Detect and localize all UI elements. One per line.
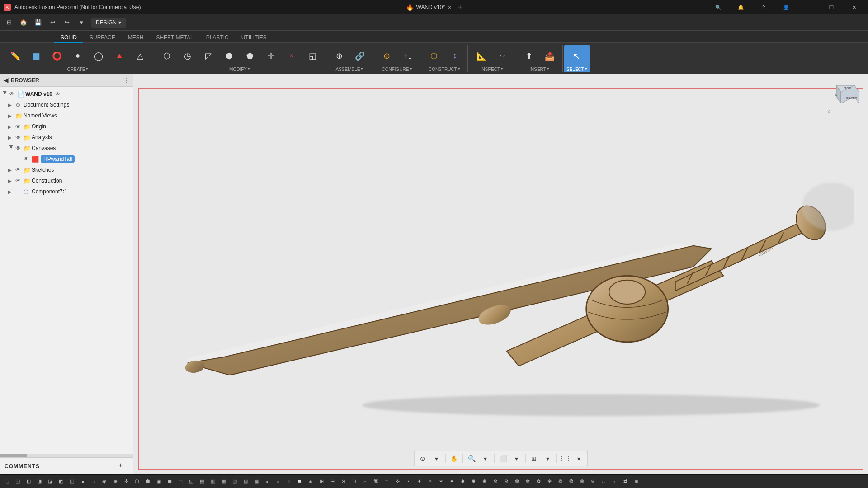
bb-btn-52[interactable]: ❁ — [555, 477, 565, 487]
tree-item-hpwandtall[interactable]: 👁 🟥 HPwandTall — [0, 154, 133, 164]
inspect-arrow[interactable]: ▾ — [501, 66, 503, 71]
undo-btn[interactable]: ↩ — [46, 16, 59, 29]
bb-btn-4[interactable]: ◨ — [34, 477, 44, 487]
tree-item-doc-settings[interactable]: ▶ ⚙ Document Settings — [0, 99, 133, 110]
help-btn[interactable]: ? — [753, 0, 774, 14]
create-sketch-btn[interactable]: ✏️ — [5, 46, 25, 66]
eye-only-icon[interactable]: 👁 — [55, 91, 60, 97]
look-btn[interactable]: ▾ — [430, 453, 442, 465]
bb-btn-14[interactable]: ⬢ — [143, 477, 153, 487]
tree-arrow-canvases[interactable]: ▶ — [9, 145, 14, 151]
restore-btn[interactable]: ❐ — [821, 0, 842, 14]
tree-arrow-named-views[interactable]: ▶ — [8, 113, 14, 118]
tab-mesh[interactable]: MESH — [122, 33, 150, 43]
tree-item-sketches[interactable]: ▶ 👁 📁 Sketches — [0, 164, 133, 175]
bb-btn-30[interactable]: ⊞ — [316, 477, 326, 487]
eye-icon-root[interactable]: 👁 — [9, 91, 16, 97]
tab-utilities[interactable]: UTILITIES — [235, 33, 273, 43]
construct-plane-btn[interactable]: ⬡ — [424, 46, 444, 66]
bb-btn-50[interactable]: ✿ — [533, 477, 543, 487]
bb-btn-33[interactable]: ⊡ — [349, 477, 359, 487]
tree-item-named-views[interactable]: ▶ 📁 Named Views — [0, 110, 133, 121]
tree-item-construction[interactable]: ▶ 👁 📁 Construction — [0, 175, 133, 186]
bb-btn-17[interactable]: ◻ — [175, 477, 185, 487]
tree-arrow-doc-settings[interactable]: ▶ — [8, 103, 14, 108]
bb-btn-45[interactable]: ✺ — [479, 477, 489, 487]
account-btn[interactable]: 👤 — [776, 0, 797, 14]
viewport[interactable]: cloverb TOP L FRONT ⌂ — [133, 74, 868, 474]
select-arrow[interactable]: ▾ — [585, 66, 587, 71]
add-tab-icon[interactable]: + — [458, 3, 462, 11]
tab-sheet-metal[interactable]: SHEET METAL — [150, 33, 199, 43]
construct-axis-btn[interactable]: ↕ — [445, 46, 465, 66]
bb-btn-20[interactable]: ▥ — [208, 477, 218, 487]
close-tab-icon[interactable]: ✕ — [448, 5, 452, 10]
save-btn[interactable]: 💾 — [32, 16, 44, 29]
bb-btn-35[interactable]: ⌘ — [371, 477, 381, 487]
assemble-new-component-btn[interactable]: ⊕ — [329, 46, 349, 66]
combine-btn[interactable]: ✕ — [282, 46, 302, 66]
modify-arrow[interactable]: ▾ — [248, 66, 250, 71]
bb-btn-43[interactable]: ✸ — [458, 477, 467, 487]
configure-btn1[interactable]: ⊕ — [377, 46, 396, 66]
create-torus-btn[interactable]: ◯ — [89, 46, 108, 66]
bb-btn-18[interactable]: ◺ — [186, 477, 196, 487]
configure-arrow[interactable]: ▾ — [410, 66, 412, 71]
fit-btn[interactable]: ⬜ — [497, 453, 509, 465]
tree-arrow-sketches[interactable]: ▶ — [8, 168, 14, 173]
bb-btn-2[interactable]: ◱ — [13, 477, 23, 487]
tab-plastic[interactable]: PLASTIC — [200, 33, 235, 43]
sidebar-scrollbar-thumb[interactable] — [0, 454, 27, 457]
sidebar-scrollbar[interactable] — [0, 454, 133, 457]
bb-btn-57[interactable]: ↕ — [609, 477, 619, 487]
tree-arrow-construction[interactable]: ▶ — [8, 178, 14, 183]
insert-derive-btn[interactable]: ⬆ — [519, 46, 539, 66]
bb-btn-53[interactable]: ❂ — [566, 477, 576, 487]
bb-btn-39[interactable]: ✦ — [414, 477, 424, 487]
bb-btn-42[interactable]: ✷ — [447, 477, 457, 487]
eye-icon-origin[interactable]: 👁 — [15, 123, 23, 130]
bb-btn-12[interactable]: ✛ — [121, 477, 131, 487]
minimize-btn[interactable]: — — [798, 0, 819, 14]
comments-add-btn[interactable]: + — [118, 461, 128, 471]
create-arrow[interactable]: ▾ — [86, 66, 88, 71]
select-btn[interactable]: ↖ — [567, 46, 587, 66]
scale-btn[interactable]: ✛ — [261, 46, 281, 66]
bb-btn-47[interactable]: ✼ — [501, 477, 511, 487]
bb-btn-44[interactable]: ✹ — [468, 477, 478, 487]
bb-btn-7[interactable]: ◫ — [67, 477, 77, 487]
press-pull-btn[interactable]: ⬡ — [157, 46, 177, 66]
notification-btn[interactable]: 🔔 — [731, 0, 751, 14]
eye-icon-construction[interactable]: 👁 — [15, 178, 23, 184]
grid-arrow-btn[interactable]: ▾ — [573, 453, 585, 465]
insert-import-btn[interactable]: 📥 — [540, 46, 560, 66]
bb-btn-27[interactable]: ◾ — [284, 477, 294, 487]
measure-btn[interactable]: 📐 — [472, 46, 491, 66]
bb-btn-46[interactable]: ✻ — [490, 477, 500, 487]
split-face-btn[interactable]: ◱ — [302, 46, 322, 66]
create-sphere-btn[interactable]: ● — [68, 46, 88, 66]
bb-btn-25[interactable]: ▪ — [262, 477, 272, 487]
tree-arrow-root[interactable]: ▶ — [3, 91, 8, 97]
tree-item-canvases[interactable]: ▶ 👁 📁 Canvases — [0, 143, 133, 154]
bb-btn-28[interactable]: ◽ — [295, 477, 305, 487]
search-icon-btn[interactable]: 🔍 — [708, 0, 729, 14]
bb-btn-37[interactable]: ⊹ — [392, 477, 402, 487]
redo-btn[interactable]: ↪ — [61, 16, 73, 29]
bb-btn-6[interactable]: ◩ — [56, 477, 66, 487]
bb-btn-5[interactable]: ◪ — [45, 477, 55, 487]
bb-btn-38[interactable]: ⋆ — [403, 477, 413, 487]
create-coil-btn[interactable]: 🔺 — [109, 46, 129, 66]
tree-item-root[interactable]: ▶ 👁 📄 WAND v10 👁 — [0, 89, 133, 99]
pan-btn[interactable]: ✋ — [448, 453, 460, 465]
tree-arrow-analysis[interactable]: ▶ — [8, 135, 14, 140]
create-pipe-btn[interactable]: △ — [130, 46, 150, 66]
bb-btn-26[interactable]: ▫ — [273, 477, 283, 487]
browser-options-icon[interactable]: ⋮ — [124, 77, 129, 84]
bb-btn-32[interactable]: ⊠ — [338, 477, 348, 487]
create-cylinder-btn[interactable]: ⭕ — [47, 46, 67, 66]
bb-btn-16[interactable]: ◼ — [165, 477, 175, 487]
tree-item-analysis[interactable]: ▶ 👁 📁 Analysis — [0, 132, 133, 143]
bb-btn-11[interactable]: ⊕ — [110, 477, 120, 487]
bb-btn-55[interactable]: ❄ — [588, 477, 598, 487]
